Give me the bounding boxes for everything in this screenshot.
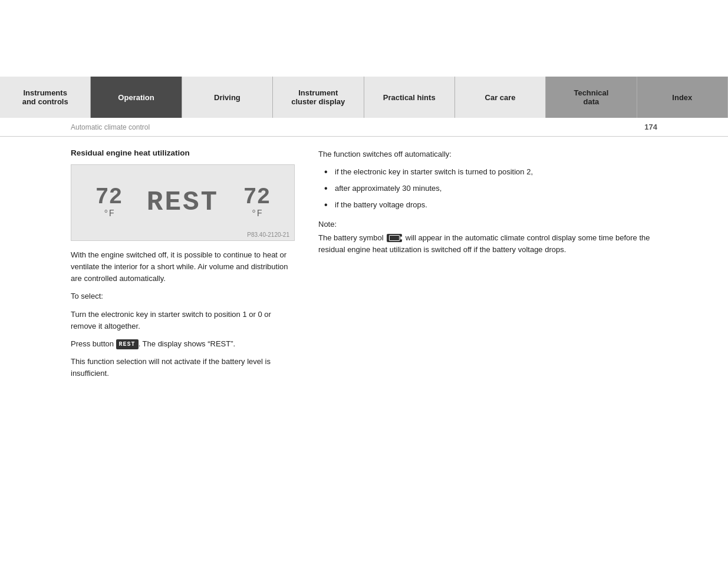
nav-item-index[interactable]: Index [637, 77, 728, 118]
content-area: Residual engine heat utilization 72 °F R… [0, 137, 728, 397]
paragraph-4: This function selection will not activat… [71, 356, 295, 379]
rest-button-inline: REST [116, 339, 139, 350]
right-intro: The function switches off automatically: [318, 148, 657, 160]
battery-icon [387, 234, 402, 242]
nav-item-operation[interactable]: Operation [91, 77, 182, 118]
page-header: Automatic climate control 174 [0, 118, 728, 137]
rest-display-content: 72 °F REST 72 °F [83, 186, 282, 219]
right-temp-display: 72 °F [243, 186, 271, 219]
nav-item-instrument-cluster[interactable]: Instrument cluster display [273, 77, 364, 118]
left-temp-value: 7 [95, 184, 109, 210]
navigation-bar: Instruments and controls Operation Drivi… [0, 77, 728, 118]
battery-inner-icon [389, 235, 400, 241]
bullet-item-1: if the electronic key in starter switch … [324, 166, 657, 178]
bullet-list: if the electronic key in starter switch … [318, 166, 657, 211]
bullet-item-3: if the battery voltage drops. [324, 199, 657, 211]
paragraph-2: Turn the electronic key in starter switc… [71, 309, 295, 332]
page-number: 174 [644, 123, 657, 131]
to-select-label: To select: [71, 290, 295, 302]
nav-label-instruments: Instruments and controls [22, 88, 68, 106]
rest-display-image: 72 °F REST 72 °F P83.40-2120-21 [71, 164, 295, 241]
left-temp-display: 72 °F [95, 186, 123, 219]
note-label: Note: [318, 220, 657, 229]
para3-suffix: . The display shows “REST”. [139, 339, 235, 348]
nav-item-practical-hints[interactable]: Practical hints [364, 77, 455, 118]
section-title: Residual engine heat utilization [71, 148, 295, 157]
breadcrumb: Automatic climate control [71, 123, 150, 131]
nav-label-practical-hints: Practical hints [383, 93, 436, 102]
paragraph-3: Press button REST. The display shows “RE… [71, 338, 295, 350]
nav-item-car-care[interactable]: Car care [455, 77, 546, 118]
nav-item-driving[interactable]: Driving [182, 77, 273, 118]
right-column: The function switches off automatically:… [318, 148, 657, 385]
nav-label-operation: Operation [118, 93, 154, 102]
nav-label-driving: Driving [214, 93, 241, 102]
paragraph-1: With the engine switched off, it is poss… [71, 249, 295, 285]
nav-item-technical-data[interactable]: Technical data [546, 77, 637, 118]
nav-label-technical-data: Technical data [574, 88, 608, 106]
bullet-item-2: after approximately 30 minutes, [324, 183, 657, 194]
note-text: The battery symbol will appear in the au… [318, 232, 657, 256]
nav-label-car-care: Car care [485, 93, 516, 102]
note-prefix: The battery symbol [318, 233, 386, 242]
rest-label-display: REST [147, 187, 219, 218]
image-caption: P83.40-2120-21 [247, 232, 289, 238]
nav-label-index: Index [672, 93, 692, 102]
left-column: Residual engine heat utilization 72 °F R… [71, 148, 295, 385]
nav-label-instrument-cluster: Instrument cluster display [291, 88, 345, 106]
para3-prefix: Press button [71, 339, 116, 348]
nav-item-instruments[interactable]: Instruments and controls [0, 77, 91, 118]
